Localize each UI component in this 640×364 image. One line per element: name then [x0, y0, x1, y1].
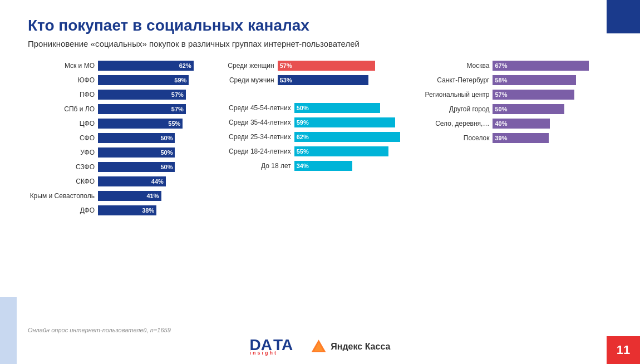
bar-label: Среди 45-54-летних	[210, 104, 291, 112]
charts-container: Мск и МО62%ЮФО59%ПФО57%СПб и ЛО57%ЦФО55%…	[28, 60, 612, 217]
left-chart: Мск и МО62%ЮФО59%ПФО57%СПб и ЛО57%ЦФО55%…	[28, 60, 194, 217]
bar-fill: 57%	[98, 90, 186, 100]
bar-label: До 18 лет	[210, 162, 291, 170]
mid-age-row: Среди 45-54-летних50%	[210, 102, 401, 114]
right-chart-row: Региональный центр57%	[417, 88, 588, 101]
bar-label: Среди женщин	[210, 62, 274, 70]
left-chart-row: СПб и ЛО57%	[28, 103, 194, 115]
left-chart-row: СКФО44%	[28, 175, 194, 188]
bar-value: 50%	[160, 135, 173, 141]
footnote: Онлайн опрос интернет-пользователей, n=1…	[28, 327, 171, 333]
left-chart-row: УФО50%	[28, 146, 194, 159]
page-number: 11	[607, 336, 640, 364]
bar-value: 55%	[168, 120, 180, 127]
bar-value: 57%	[495, 91, 507, 98]
bar-value: 57%	[280, 62, 292, 69]
bar-value: 59%	[297, 119, 309, 126]
bar-value: 55%	[297, 148, 309, 155]
left-chart-row: ЦФО55%	[28, 117, 194, 130]
bar-value: 34%	[297, 163, 309, 169]
left-chart-row: Мск и МО62%	[28, 60, 194, 72]
bar-fill: 41%	[98, 191, 161, 201]
bar-value: 57%	[171, 106, 184, 112]
bar-label: Региональный центр	[417, 91, 489, 99]
bar-fill: 62%	[98, 61, 194, 71]
bar-value: 41%	[147, 193, 159, 199]
data-insight-logo: DA TA insight	[250, 337, 293, 356]
bar-value: 67%	[495, 62, 507, 69]
yandex-icon	[309, 338, 327, 356]
bar-label: Мск и МО	[28, 62, 95, 70]
bar-label: СПб и ЛО	[28, 105, 95, 113]
bar-fill: 50%	[294, 103, 380, 113]
bar-fill: 38%	[98, 205, 156, 215]
bar-value: 50%	[495, 106, 507, 112]
mid-age-row: Среди 25-34-летних62%	[210, 131, 401, 143]
bar-label: СКФО	[28, 178, 95, 185]
right-chart-row: Санкт-Петербург58%	[417, 74, 588, 86]
bar-label: Поселок	[417, 134, 489, 142]
bar-label: Среди 35-44-летних	[210, 119, 291, 126]
right-chart-row: Село, деревня,…40%	[417, 117, 588, 130]
right-chart-row: Поселок39%	[417, 132, 588, 144]
bar-value: 62%	[297, 134, 309, 140]
left-chart-row: ЮФО59%	[28, 74, 194, 86]
bar-label: Другой город	[417, 105, 489, 113]
bar-label: ЮФО	[28, 76, 95, 84]
bar-fill: 50%	[493, 104, 564, 114]
bar-label: СФО	[28, 134, 95, 142]
bar-fill: 57%	[278, 61, 375, 71]
right-chart: Москва67%Санкт-Петербург58%Региональный …	[417, 60, 588, 144]
bar-fill: 55%	[98, 119, 183, 129]
bar-fill: 50%	[98, 147, 175, 158]
corner-decoration-top-right	[607, 0, 640, 33]
mid-gender-row: Среди мужчин53%	[210, 74, 401, 86]
yandex-kassa-logo: Яндекс Касса	[309, 338, 390, 356]
bar-value: 58%	[495, 77, 507, 83]
bar-label: ПФО	[28, 91, 95, 99]
bar-fill: 44%	[98, 176, 166, 186]
bar-value: 59%	[174, 77, 186, 83]
mid-gender-row: Среди женщин57%	[210, 60, 401, 72]
bar-label: Среди мужчин	[210, 76, 274, 84]
left-chart-row: СФО50%	[28, 132, 194, 144]
bar-value: 50%	[160, 164, 173, 170]
slide-subtitle: Проникновение «социальных» покупок в раз…	[28, 38, 612, 50]
bar-label: СЗФО	[28, 163, 95, 171]
bar-fill: 40%	[493, 119, 550, 129]
bar-value: 50%	[160, 149, 173, 156]
left-chart-row: ПФО57%	[28, 88, 194, 101]
bar-label: Среди 18-24-летних	[210, 147, 291, 155]
bar-fill: 57%	[98, 104, 186, 114]
left-chart-row: СЗФО50%	[28, 161, 194, 173]
left-chart-row: ДФО38%	[28, 204, 194, 217]
bar-value: 44%	[151, 178, 164, 185]
bar-fill: 50%	[98, 133, 175, 143]
bar-fill: 53%	[278, 75, 368, 85]
bar-fill: 67%	[493, 61, 588, 71]
mid-age-row: До 18 лет34%	[210, 160, 401, 172]
bar-value: 38%	[142, 207, 154, 214]
bar-fill: 57%	[493, 90, 574, 100]
bar-label: Среди 25-34-летних	[210, 133, 291, 141]
bar-value: 40%	[495, 120, 507, 127]
slide: 11 Кто покупает в социальных каналах Про…	[0, 0, 640, 364]
left-chart-row: Крым и Севастополь41%	[28, 190, 194, 202]
mid-chart: Среди женщин57%Среди мужчин53%Среди 45-5…	[210, 60, 401, 172]
bar-label: Крым и Севастополь	[28, 192, 95, 200]
bar-value: 62%	[179, 62, 191, 69]
right-chart-row: Москва67%	[417, 60, 588, 72]
bar-label: ДФО	[28, 206, 95, 214]
bar-value: 39%	[495, 135, 507, 141]
bar-value: 53%	[280, 77, 292, 83]
bar-label: Село, деревня,…	[417, 120, 489, 127]
bar-fill: 34%	[294, 161, 353, 171]
bar-label: ЦФО	[28, 120, 95, 127]
bar-fill: 55%	[294, 146, 388, 156]
bar-fill: 58%	[493, 75, 575, 85]
bar-label: Москва	[417, 62, 489, 70]
right-chart-row: Другой город50%	[417, 103, 588, 115]
bar-fill: 62%	[294, 132, 401, 142]
mid-age-row: Среди 18-24-летних55%	[210, 145, 401, 158]
corner-decoration-bottom-left	[0, 297, 17, 364]
